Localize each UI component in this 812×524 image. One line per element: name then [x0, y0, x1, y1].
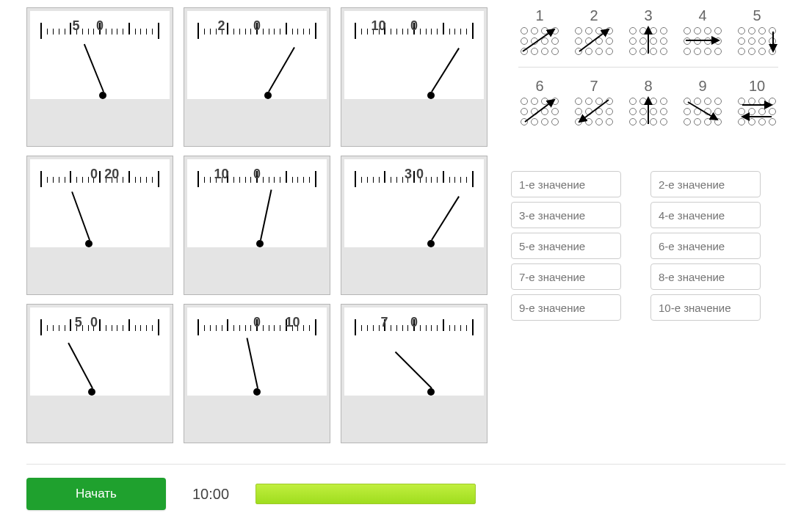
legend-pattern-3: 3	[628, 7, 669, 57]
footer: Начать 10:00	[26, 464, 786, 510]
legend-pattern-5: 5	[736, 7, 777, 57]
answer-input-10[interactable]	[650, 294, 761, 321]
svg-line-8	[688, 102, 717, 120]
answer-input-2[interactable]	[650, 171, 761, 197]
gauge-2: 20	[184, 7, 330, 147]
answer-input-9[interactable]	[511, 294, 621, 321]
timer-text: 10:00	[192, 486, 229, 503]
legend-pattern-4: 4	[682, 7, 723, 57]
legend-pattern-1: 1	[519, 7, 560, 57]
gauge-1: 50	[26, 7, 173, 147]
gauge-9: 70	[341, 304, 487, 443]
answer-inputs	[511, 171, 786, 321]
gauge-7: 50	[26, 304, 173, 443]
gauge-8: 010	[184, 304, 330, 443]
legend-pattern-6: 6	[519, 78, 560, 127]
legend-pattern-9: 9	[682, 78, 723, 127]
svg-line-5	[525, 100, 554, 122]
svg-line-0	[523, 29, 554, 51]
pattern-legend: 12345 678910	[511, 7, 786, 127]
gauge-3: 100	[341, 7, 487, 147]
answer-input-4[interactable]	[650, 202, 761, 228]
gauge-6: 30	[341, 156, 487, 295]
answer-input-7[interactable]	[511, 263, 621, 290]
answer-input-1[interactable]	[511, 171, 621, 197]
start-button[interactable]: Начать	[26, 478, 166, 510]
legend-pattern-8: 8	[628, 78, 669, 127]
svg-line-1	[579, 29, 609, 51]
answer-input-3[interactable]	[511, 202, 621, 228]
legend-pattern-10: 10	[736, 78, 777, 127]
answer-input-8[interactable]	[650, 263, 761, 290]
timer-progress	[255, 484, 476, 504]
legend-pattern-7: 7	[573, 78, 615, 127]
answer-input-6[interactable]	[650, 233, 761, 259]
gauge-4: 020	[26, 156, 173, 295]
gauge-grid: 5020100020100305001070	[26, 7, 489, 443]
svg-line-6	[579, 100, 609, 122]
gauge-5: 100	[184, 156, 330, 295]
answer-input-5[interactable]	[511, 233, 621, 259]
legend-pattern-2: 2	[573, 7, 615, 57]
